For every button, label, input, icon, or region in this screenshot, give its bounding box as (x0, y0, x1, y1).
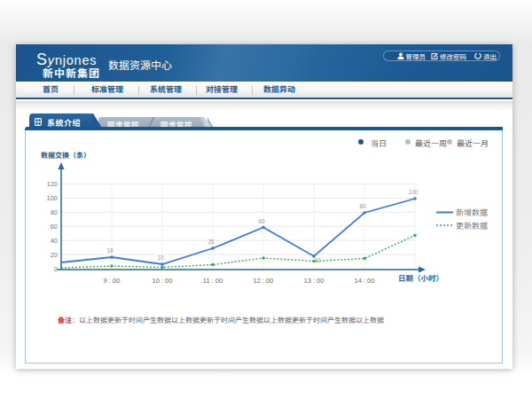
svg-text:13 : 00: 13 : 00 (304, 277, 325, 285)
svg-text:80: 80 (359, 203, 366, 209)
svg-text:更新数据: 更新数据 (456, 222, 488, 231)
svg-text:35: 35 (207, 239, 215, 245)
svg-text:10 : 00: 10 : 00 (153, 277, 173, 285)
svg-text:11 : 00: 11 : 00 (203, 277, 223, 285)
svg-text:10: 10 (314, 257, 321, 263)
svg-text:120: 120 (46, 180, 58, 188)
svg-text:10: 10 (157, 254, 164, 261)
svg-text:100: 100 (46, 194, 58, 202)
svg-text:日期（小时）: 日期（小时） (398, 274, 443, 283)
svg-text:9 : 00: 9 : 00 (104, 277, 121, 285)
svg-text:12 : 00: 12 : 00 (254, 277, 274, 285)
svg-text:14 : 00: 14 : 00 (355, 277, 375, 285)
svg-text:40: 40 (51, 237, 58, 245)
svg-text:80: 80 (51, 208, 58, 216)
svg-text:新增数据: 新增数据 (456, 208, 488, 217)
svg-text:60: 60 (258, 218, 265, 224)
svg-text:20: 20 (51, 251, 58, 259)
svg-text:0: 0 (54, 265, 58, 273)
svg-text:60: 60 (51, 223, 58, 231)
svg-text:100: 100 (409, 189, 419, 195)
svg-text:18: 18 (106, 247, 113, 254)
